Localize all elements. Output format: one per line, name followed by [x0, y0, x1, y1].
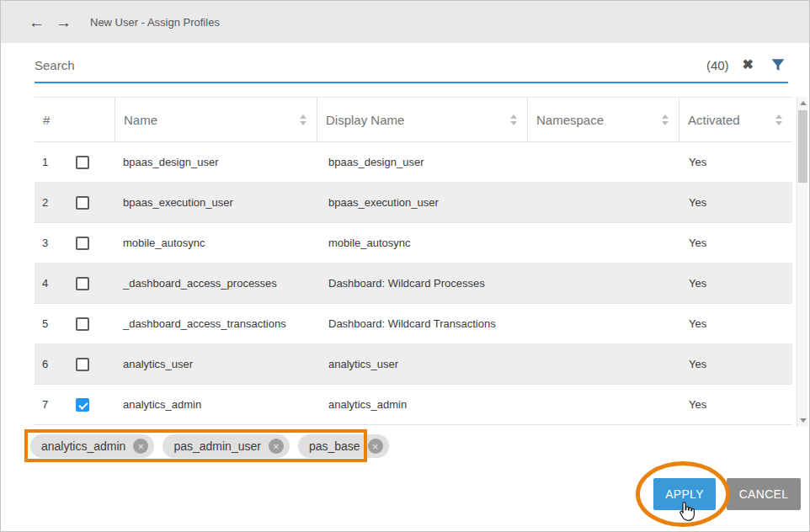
- table-row[interactable]: 6 analytics_user analytics_user Yes: [35, 344, 792, 385]
- window-header: ← → New User - Assign Profiles: [1, 1, 809, 43]
- row-number: 1: [35, 156, 76, 168]
- profile-chip-label: analytics_admin: [41, 439, 125, 453]
- cell-activated: Yes: [679, 317, 792, 330]
- filter-icon[interactable]: [770, 56, 786, 73]
- scrollbar-down-icon[interactable]: [800, 418, 807, 423]
- selected-profiles: analytics_admin × pas_admin_user × pas_b…: [30, 434, 389, 458]
- sort-up-icon: [662, 114, 669, 119]
- cell-activated: Yes: [679, 277, 792, 290]
- sort-icon[interactable]: [775, 114, 782, 125]
- table-row[interactable]: 4 _dashboard_access_processes Dashboard:…: [35, 263, 792, 304]
- sort-icon[interactable]: [662, 114, 669, 125]
- table-scrollbar[interactable]: [797, 97, 807, 427]
- table-row[interactable]: 7 analytics_admin analytics_admin Yes: [35, 385, 792, 425]
- search-bar: (40) ✖: [35, 48, 788, 83]
- cell-display-name: bpaas_execution_user: [317, 196, 527, 209]
- cell-name: analytics_user: [115, 358, 317, 370]
- row-number-cell: 4: [35, 277, 115, 290]
- cell-name: analytics_admin: [115, 398, 317, 411]
- header-namespace-label: Namespace: [536, 113, 604, 127]
- search-input[interactable]: [35, 58, 706, 72]
- cell-display-name: analytics_admin: [317, 398, 527, 411]
- sort-up-icon: [775, 114, 782, 119]
- back-icon[interactable]: ←: [29, 14, 45, 30]
- row-checkbox[interactable]: [76, 398, 89, 412]
- cell-display-name: analytics_user: [317, 358, 527, 370]
- header-display-name-label: Display Name: [326, 113, 404, 127]
- forward-icon[interactable]: →: [56, 14, 72, 30]
- row-number-cell: 2: [35, 196, 115, 210]
- cell-name: _dashboard_access_processes: [115, 277, 317, 290]
- cell-name: mobile_autosync: [115, 237, 317, 249]
- cell-name: bpaas_execution_user: [115, 196, 317, 209]
- cancel-button[interactable]: CANCEL: [727, 478, 801, 510]
- row-checkbox[interactable]: [76, 196, 89, 210]
- page-title: New User - Assign Profiles: [90, 16, 220, 29]
- cell-activated: Yes: [679, 156, 792, 168]
- cell-activated: Yes: [679, 398, 792, 411]
- cell-name: bpaas_design_user: [115, 156, 317, 168]
- sort-icon[interactable]: [300, 114, 306, 125]
- sort-down-icon: [775, 121, 782, 125]
- profile-chip-label: pas_base: [309, 439, 360, 453]
- row-number: 4: [35, 277, 76, 290]
- sort-up-icon: [300, 114, 306, 119]
- profile-chip: pas_admin_user ×: [163, 434, 290, 458]
- clear-search-icon[interactable]: ✖: [743, 58, 754, 72]
- row-number-cell: 7: [35, 398, 115, 412]
- header-number: #: [35, 98, 115, 141]
- apply-button[interactable]: APPLY: [653, 478, 716, 510]
- row-checkbox[interactable]: [76, 237, 89, 250]
- sort-up-icon: [510, 114, 517, 119]
- cell-activated: Yes: [679, 196, 792, 209]
- sort-down-icon: [300, 121, 306, 125]
- cell-name: _dashboard_access_transactions: [115, 317, 317, 330]
- row-number: 2: [35, 196, 76, 209]
- row-number-cell: 1: [35, 156, 115, 169]
- table-row[interactable]: 1 bpaas_design_user bpaas_design_user Ye…: [35, 142, 792, 183]
- scrollbar-up-icon[interactable]: [800, 101, 807, 105]
- row-number-cell: 3: [35, 237, 115, 250]
- header-activated[interactable]: Activated: [679, 98, 792, 141]
- cell-activated: Yes: [679, 358, 792, 370]
- row-number: 6: [35, 358, 76, 370]
- table-row[interactable]: 3 mobile_autosync mobile_autosync Yes: [35, 223, 792, 263]
- profile-chip: analytics_admin ×: [30, 434, 154, 458]
- cell-display-name: Dashboard: Wildcard Processes: [317, 277, 527, 290]
- cell-display-name: bpaas_design_user: [317, 156, 527, 168]
- row-checkbox[interactable]: [76, 317, 89, 331]
- header-activated-label: Activated: [688, 113, 740, 127]
- table-row[interactable]: 5 _dashboard_access_transactions Dashboa…: [35, 304, 792, 344]
- cell-activated: Yes: [679, 237, 792, 249]
- chip-remove-icon[interactable]: ×: [269, 439, 284, 454]
- row-number: 7: [35, 398, 76, 411]
- table-body: 1 bpaas_design_user bpaas_design_user Ye…: [35, 142, 792, 425]
- profile-chip-label: pas_admin_user: [173, 439, 261, 453]
- profile-chip: pas_base ×: [298, 434, 389, 458]
- chip-remove-icon[interactable]: ×: [133, 439, 148, 454]
- cell-display-name: mobile_autosync: [317, 237, 527, 249]
- header-number-label: #: [43, 113, 50, 127]
- row-checkbox[interactable]: [76, 277, 89, 290]
- sort-down-icon: [510, 121, 517, 125]
- row-number: 5: [35, 317, 76, 330]
- table-header: # Name Display Name Namespace Activated: [35, 97, 792, 142]
- row-number-cell: 5: [35, 317, 115, 331]
- row-number-cell: 6: [35, 358, 115, 371]
- sort-down-icon: [662, 121, 669, 125]
- sort-icon[interactable]: [510, 114, 517, 125]
- header-namespace[interactable]: Namespace: [527, 98, 679, 141]
- scrollbar-thumb[interactable]: [798, 110, 807, 183]
- row-checkbox[interactable]: [76, 358, 89, 371]
- cell-display-name: Dashboard: Wildcard Transactions: [317, 317, 527, 330]
- row-checkbox[interactable]: [76, 156, 89, 169]
- header-display-name[interactable]: Display Name: [317, 98, 527, 141]
- table-row[interactable]: 2 bpaas_execution_user bpaas_execution_u…: [35, 183, 792, 223]
- header-name[interactable]: Name: [115, 98, 317, 141]
- chip-remove-icon[interactable]: ×: [368, 439, 383, 454]
- row-number: 3: [35, 237, 76, 249]
- assign-profiles-window: ← → New User - Assign Profiles (40) ✖ # …: [0, 0, 810, 532]
- result-count: (40): [706, 58, 729, 72]
- header-name-label: Name: [124, 113, 157, 127]
